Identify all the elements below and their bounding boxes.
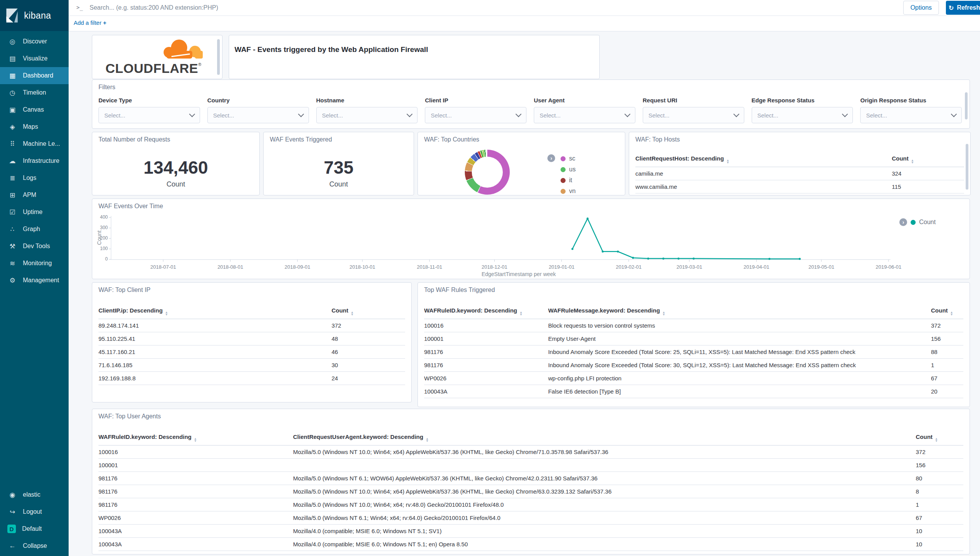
- table-cell: 24: [331, 372, 405, 385]
- data-point[interactable]: [663, 257, 664, 259]
- filter-field-origin-response-status: Origin Response StatusSelect...: [860, 97, 962, 123]
- sidebar-item-infrastructure[interactable]: ☁Infrastructure: [0, 152, 69, 169]
- table-cell: 100016: [424, 319, 548, 332]
- sidebar-item-visualize[interactable]: ▤Visualize: [0, 50, 69, 67]
- sidebar-item-label: Uptime: [23, 209, 43, 216]
- column-header[interactable]: ClientRequestUserAgent.keyword: Descendi…: [293, 431, 916, 445]
- table-cell: wp-config.php LFI protection: [548, 372, 931, 385]
- sidebar-item-maps[interactable]: ◈Maps: [0, 118, 69, 135]
- sort-icon[interactable]: ▲▼: [350, 311, 354, 316]
- column-header[interactable]: ClientIP.ip: Descending▲▼: [98, 304, 331, 319]
- column-header[interactable]: WAFRuleID.keyword: Descending▲▼: [424, 304, 548, 319]
- filter-select-origin-response-status[interactable]: Select...: [860, 107, 962, 123]
- table-header-row: WAFRuleID.keyword: Descending▲▼WAFRuleMe…: [424, 304, 963, 319]
- column-header[interactable]: Count▲▼: [931, 304, 963, 319]
- filter-select-edge-response-status[interactable]: Select...: [752, 107, 853, 123]
- sort-icon[interactable]: ▲▼: [426, 438, 429, 442]
- sidebar-item-label: APM: [23, 192, 36, 199]
- panel-scrollbar[interactable]: [217, 39, 220, 75]
- sidebar-item-management[interactable]: ⚙Management: [0, 272, 69, 289]
- sidebar-item-uptime[interactable]: ☑Uptime: [0, 204, 69, 221]
- legend-item-vn[interactable]: vn: [561, 186, 576, 195]
- sidebar-footer-elastic[interactable]: ◉elastic: [0, 486, 69, 503]
- legend-item-it[interactable]: it: [561, 175, 576, 186]
- panel-scrollbar[interactable]: [965, 92, 968, 119]
- table-cell: Mozilla/4.0 (compatible; MSIE 6.0; Windo…: [293, 525, 916, 538]
- sidebar-item-timelion[interactable]: ◷Timelion: [0, 84, 69, 101]
- total-requests-panel: Total Number of Requests 134,460 Count: [92, 132, 260, 195]
- data-point[interactable]: [602, 250, 604, 252]
- sidebar-item-label: Discover: [23, 38, 47, 45]
- search-input[interactable]: [89, 2, 943, 14]
- refresh-button[interactable]: ↻ Refresh: [946, 1, 980, 15]
- filter-select-client-ip[interactable]: Select...: [425, 107, 526, 123]
- filter-select-hostname[interactable]: Select...: [316, 107, 418, 123]
- chevron-down-icon: [733, 111, 739, 117]
- sort-icon[interactable]: ▲▼: [165, 311, 168, 316]
- table-row: www.camilia.me115: [635, 180, 964, 193]
- top-countries-donut[interactable]: [465, 150, 510, 195]
- sidebar-item-dashboard[interactable]: ▦Dashboard: [0, 67, 69, 84]
- sidebar-footer: ◉elastic↪LogoutDDefault←Collapse: [0, 486, 69, 554]
- filters-panel-title: Filters: [98, 84, 116, 91]
- sort-icon[interactable]: ▲▼: [519, 311, 523, 316]
- sort-icon[interactable]: ▲▼: [662, 311, 665, 316]
- data-point[interactable]: [693, 257, 695, 259]
- legend-expand-icon[interactable]: ›: [547, 154, 555, 162]
- column-header[interactable]: WAFRuleMessage.keyword: Descending▲▼: [548, 304, 931, 319]
- kibana-logo[interactable]: kibana: [0, 0, 69, 31]
- data-point[interactable]: [768, 258, 770, 260]
- y-tick-label: 400: [92, 214, 108, 220]
- data-point[interactable]: [617, 250, 619, 252]
- data-point[interactable]: [678, 257, 680, 259]
- column-header[interactable]: Count▲▼: [331, 304, 405, 319]
- data-point[interactable]: [571, 248, 573, 250]
- table-cell: 48: [331, 332, 405, 345]
- table-row: 981176Inbound Anomaly Score Exceeded (To…: [424, 345, 963, 359]
- table-cell: Inbound Anomaly Score Exceeded (Total Sc…: [548, 345, 931, 359]
- data-point[interactable]: [632, 257, 634, 259]
- column-header[interactable]: Count▲▼: [916, 431, 963, 445]
- sidebar-item-machine-le[interactable]: ⠿Machine Le...: [0, 135, 69, 152]
- filter-select-user-agent[interactable]: Select...: [534, 107, 635, 123]
- filter-select-request-uri[interactable]: Select...: [643, 107, 744, 123]
- sidebar-item-graph[interactable]: ∴Graph: [0, 221, 69, 238]
- data-point[interactable]: [587, 218, 588, 219]
- table-cell: 1: [916, 498, 963, 511]
- filter-label: Hostname: [316, 97, 418, 104]
- table-cell: False IE6 detection [Type B]: [548, 385, 931, 398]
- sort-icon[interactable]: ▲▼: [935, 438, 938, 442]
- sidebar-item-apm[interactable]: ⊞APM: [0, 186, 69, 204]
- column-header[interactable]: ClientRequestHost: Descending▲▼: [635, 152, 892, 167]
- sort-icon[interactable]: ▲▼: [194, 438, 197, 442]
- column-header[interactable]: WAFRuleID.keyword: Descending▲▼: [98, 431, 293, 445]
- sidebar-item-logs[interactable]: ≣Logs: [0, 169, 69, 186]
- sort-icon[interactable]: ▲▼: [911, 159, 914, 164]
- sidebar-item-monitoring[interactable]: ≋Monitoring: [0, 255, 69, 272]
- table-cell: Mozilla/5.0 (Windows NT 10.0; Win64; x64…: [293, 485, 916, 498]
- add-filter-button[interactable]: Add a filter+: [74, 19, 106, 26]
- table-row: 100043AMozilla/4.0 (compatible; MSIE 6.0…: [98, 525, 963, 538]
- data-point[interactable]: [647, 257, 649, 259]
- legend-item-sc[interactable]: sc: [561, 153, 576, 164]
- sidebar-item-discover[interactable]: ◎Discover: [0, 33, 69, 50]
- options-button[interactable]: Options: [903, 1, 939, 15]
- legend-item-us[interactable]: us: [561, 164, 576, 175]
- panel-scrollbar[interactable]: [966, 144, 968, 190]
- data-point[interactable]: [799, 258, 801, 260]
- kibana-logo-text: kibana: [24, 10, 51, 21]
- space-default-badge: D: [7, 525, 16, 533]
- filter-select-device-type[interactable]: Select...: [98, 107, 200, 123]
- sidebar-footer-collapse[interactable]: ←Collapse: [0, 537, 69, 554]
- table-row: 981176Mozilla/5.0 (Windows NT 10.0; Win6…: [98, 485, 963, 498]
- sidebar-item-canvas[interactable]: ▣Canvas: [0, 101, 69, 118]
- sidebar-footer-default[interactable]: DDefault: [0, 520, 69, 537]
- sort-icon[interactable]: ▲▼: [950, 311, 953, 316]
- table-cell: Mozilla/5.0 (Windows NT 10.0; Win64; x64…: [293, 498, 916, 511]
- sidebar-item-dev-tools[interactable]: ⚒Dev Tools: [0, 238, 69, 255]
- column-header[interactable]: Count▲▼: [892, 152, 964, 167]
- filter-select-country[interactable]: Select...: [207, 107, 309, 123]
- top-client-ip-title: WAF: Top Client IP: [98, 287, 150, 294]
- sort-icon[interactable]: ▲▼: [726, 159, 729, 164]
- sidebar-footer-logout[interactable]: ↪Logout: [0, 503, 69, 520]
